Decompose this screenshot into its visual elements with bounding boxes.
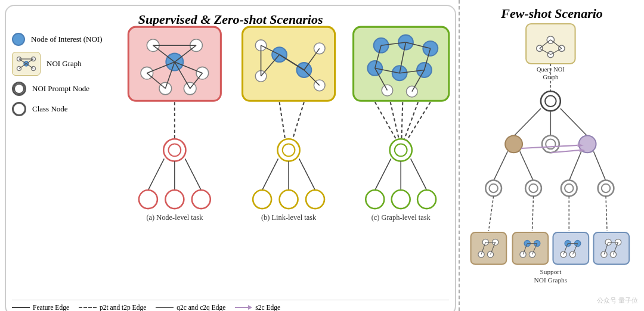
svg-text:Support: Support bbox=[540, 268, 562, 275]
legend-class-node: Class Node bbox=[12, 102, 128, 116]
q2c-edge-legend: q2c and c2q Edge bbox=[156, 304, 225, 311]
prompt-node-label: NOI Prompt Node bbox=[32, 84, 89, 94]
svg-point-123 bbox=[490, 184, 498, 192]
noi-circle bbox=[12, 33, 25, 46]
class-node-circle bbox=[12, 102, 26, 116]
arrow-shaft bbox=[235, 307, 248, 308]
svg-line-50 bbox=[280, 102, 286, 142]
svg-line-118 bbox=[494, 151, 508, 181]
svg-point-129 bbox=[602, 184, 610, 192]
solid-line-icon bbox=[12, 307, 30, 308]
right-panel: Few-shot Scenario Query NOI Graph bbox=[459, 0, 644, 311]
arrow-head bbox=[248, 305, 252, 310]
noi-graph-box bbox=[12, 52, 41, 76]
svg-line-30 bbox=[148, 158, 164, 190]
svg-line-82 bbox=[403, 102, 418, 142]
svg-point-69 bbox=[406, 86, 417, 97]
legend: Node of Interest (NOI) bbox=[12, 33, 128, 122]
s2c-edge-legend: s2c Edge bbox=[235, 304, 280, 311]
left-diagram-svg: (a) Node-level task bbox=[122, 24, 455, 276]
noi-graph-label: NOI Graph bbox=[47, 59, 82, 69]
legend-noi-graph: NOI Graph bbox=[12, 52, 128, 76]
svg-point-145 bbox=[520, 251, 526, 257]
svg-line-120 bbox=[569, 151, 581, 181]
prompt-node-circle bbox=[12, 82, 26, 96]
feature-edge-label: Feature Edge bbox=[33, 304, 69, 311]
noi-label: Node of Interest (NOI) bbox=[31, 35, 102, 45]
svg-line-81 bbox=[401, 102, 402, 142]
svg-line-131 bbox=[532, 196, 534, 231]
svg-line-133 bbox=[606, 196, 607, 231]
svg-point-68 bbox=[382, 85, 393, 96]
svg-text:NOI Graphs: NOI Graphs bbox=[534, 276, 568, 284]
svg-point-91 bbox=[417, 190, 436, 209]
left-panel: Supervised & Zero-shot Scenarios Node of… bbox=[5, 5, 456, 311]
noi-icon bbox=[12, 33, 25, 46]
right-title: Few-shot Scenario bbox=[465, 6, 639, 21]
svg-point-85 bbox=[395, 144, 407, 157]
main-container: Supervised & Zero-shot Scenarios Node of… bbox=[0, 0, 644, 311]
feature-edge-legend: Feature Edge bbox=[12, 304, 69, 311]
bottom-legend: Feature Edge p2t and t2p Edge q2c and c2… bbox=[12, 300, 449, 311]
svg-rect-134 bbox=[471, 232, 507, 265]
svg-point-35 bbox=[192, 190, 210, 209]
svg-text:(b) Link-level task: (b) Link-level task bbox=[261, 213, 317, 222]
watermark: 公众号 量子位 bbox=[597, 296, 638, 305]
svg-point-106 bbox=[545, 96, 556, 107]
svg-line-86 bbox=[375, 158, 391, 190]
svg-point-53 bbox=[283, 144, 295, 157]
svg-line-56 bbox=[299, 158, 315, 190]
svg-line-88 bbox=[411, 158, 427, 190]
svg-point-34 bbox=[165, 190, 184, 209]
svg-text:(a) Node-level task: (a) Node-level task bbox=[146, 213, 203, 222]
svg-point-29 bbox=[169, 144, 181, 157]
dash-line-icon bbox=[156, 307, 174, 308]
svg-line-79 bbox=[375, 102, 398, 142]
svg-rect-150 bbox=[553, 232, 589, 265]
class-node-icon bbox=[12, 102, 26, 116]
s2c-edge-label: s2c Edge bbox=[255, 304, 280, 311]
svg-point-59 bbox=[306, 190, 324, 209]
class-node-label: Class Node bbox=[32, 104, 68, 114]
p2t-edge-legend: p2t and t2p Edge bbox=[79, 304, 146, 311]
right-diagram-svg: Query NOI Graph bbox=[460, 23, 644, 305]
noi-graph-mini-svg bbox=[14, 54, 38, 73]
q2c-edge-label: q2c and c2q Edge bbox=[177, 304, 225, 311]
svg-line-83 bbox=[405, 102, 430, 142]
svg-point-110 bbox=[505, 135, 522, 153]
legend-prompt-node: NOI Prompt Node bbox=[12, 82, 128, 96]
svg-text:(c) Graph-level task: (c) Graph-level task bbox=[371, 213, 431, 222]
svg-line-107 bbox=[514, 108, 541, 136]
svg-point-127 bbox=[565, 184, 573, 192]
svg-line-130 bbox=[489, 196, 494, 231]
svg-point-33 bbox=[139, 190, 157, 209]
svg-line-32 bbox=[185, 158, 201, 190]
svg-line-54 bbox=[262, 158, 278, 190]
svg-point-125 bbox=[529, 184, 537, 192]
dotted-line-icon bbox=[79, 307, 97, 308]
svg-line-119 bbox=[520, 151, 534, 181]
noi-graph-icon bbox=[12, 52, 41, 76]
legend-noi: Node of Interest (NOI) bbox=[12, 33, 128, 46]
svg-line-51 bbox=[292, 102, 304, 142]
arrow-line-icon bbox=[235, 305, 252, 310]
svg-point-42 bbox=[314, 43, 325, 54]
svg-point-90 bbox=[392, 190, 410, 209]
svg-rect-158 bbox=[594, 232, 630, 265]
p2t-edge-label: p2t and t2p Edge bbox=[100, 304, 146, 311]
svg-line-109 bbox=[561, 108, 587, 136]
svg-point-58 bbox=[280, 190, 298, 209]
svg-point-89 bbox=[366, 190, 384, 209]
svg-line-121 bbox=[594, 151, 606, 181]
prompt-node-icon bbox=[12, 82, 26, 96]
svg-rect-142 bbox=[513, 232, 549, 265]
svg-point-57 bbox=[253, 190, 271, 209]
